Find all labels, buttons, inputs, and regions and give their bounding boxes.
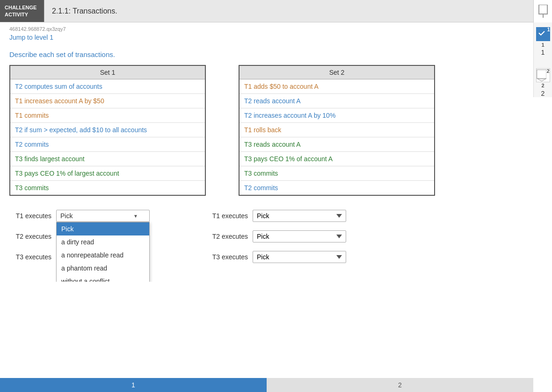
set2-t2-label: T2 executes bbox=[206, 233, 248, 240]
sidebar-item-2[interactable]: 2 2 bbox=[536, 68, 550, 82]
set1-t1-dropdown-list[interactable]: Pick a dirty read a nonrepeatable read a… bbox=[56, 222, 150, 282]
table-row: T3 pays CEO 1% of account A bbox=[240, 152, 434, 166]
set2-table: Set 2 T1 adds $50 to account A T2 reads … bbox=[239, 65, 435, 196]
dropdown-option-without-conflict[interactable]: without a conflict bbox=[57, 275, 149, 282]
page-title: 2.1.1: Transactions. bbox=[44, 7, 533, 15]
table-row: T1 adds $50 to account A bbox=[240, 79, 434, 94]
set1-dropdowns: T1 executes Pick ▼ Pick a dirty read a n… bbox=[9, 210, 178, 263]
set2-dropdowns: T1 executes Pick a dirty read a nonrepea… bbox=[206, 210, 374, 263]
checkmark-badge-icon bbox=[536, 27, 547, 42]
sidebar-item-2-number: 2 bbox=[541, 90, 545, 97]
svg-marker-3 bbox=[536, 38, 546, 41]
dropdown-option-dirty-read[interactable]: a dirty read bbox=[57, 235, 149, 249]
set2-t1-select[interactable]: Pick a dirty read a nonrepeatable read a… bbox=[253, 210, 346, 222]
set1-t2-label: T2 executes bbox=[9, 233, 51, 240]
table-row: T2 increases account A by 10% bbox=[240, 108, 434, 123]
table-row: T2 commits bbox=[10, 137, 205, 152]
table-row: T3 commits bbox=[240, 166, 434, 181]
svg-rect-0 bbox=[539, 5, 547, 14]
dropdown-option-nonrepeatable-read[interactable]: a nonrepeatable read bbox=[57, 249, 149, 262]
dropdown-option-pick[interactable]: Pick bbox=[57, 222, 149, 235]
set2-t3-label: T3 executes bbox=[206, 253, 248, 261]
header: CHALLENGE ACTIVITY 2.1.1: Transactions. bbox=[0, 0, 552, 22]
set1-header: Set 1 bbox=[10, 66, 205, 79]
sidebar-item-2-label: 2 bbox=[541, 83, 544, 88]
chevron-down-icon: ▼ bbox=[133, 214, 138, 219]
set2-t2-select[interactable]: Pick a dirty read a nonrepeatable read a… bbox=[253, 230, 346, 242]
set2-t1-dropdown-item: T1 executes Pick a dirty read a nonrepea… bbox=[206, 210, 374, 222]
svg-rect-2 bbox=[536, 28, 546, 37]
table-row: T2 if sum > expected, add $10 to all acc… bbox=[10, 123, 205, 137]
session-id: 468142.968872.qx3zqy7 bbox=[9, 22, 524, 34]
set1-t1-dropdown-container[interactable]: Pick ▼ Pick a dirty read a nonrepeatable… bbox=[56, 210, 150, 222]
sidebar-right: 1 1 1 2 2 2 bbox=[533, 22, 552, 97]
tables-row: Set 1 T2 computes sum of accounts T1 inc… bbox=[9, 65, 524, 196]
set2-t3-select[interactable]: Pick a dirty read a nonrepeatable read a… bbox=[253, 251, 346, 263]
set1-table: Set 1 T2 computes sum of accounts T1 inc… bbox=[9, 65, 206, 196]
table-row: T1 rolls back bbox=[240, 123, 434, 137]
challenge-activity-label: CHALLENGE ACTIVITY bbox=[0, 0, 44, 22]
sidebar-item-1[interactable]: 1 1 bbox=[536, 27, 550, 41]
set1-t1-label: T1 executes bbox=[9, 212, 51, 220]
set2-t2-dropdown-item: T2 executes Pick a dirty read a nonrepea… bbox=[206, 230, 374, 242]
set1-t3-label: T3 executes bbox=[9, 253, 51, 261]
dropdowns-row: T1 executes Pick ▼ Pick a dirty read a n… bbox=[9, 210, 524, 263]
sidebar-item-1-number: 1 bbox=[541, 49, 545, 56]
flag-badge-icon bbox=[537, 68, 547, 83]
set2-t3-dropdown-item: T3 executes Pick a dirty read a nonrepea… bbox=[206, 251, 374, 263]
main-content: 468142.968872.qx3zqy7 Jump to level 1 De… bbox=[0, 22, 533, 282]
table-row: T3 commits bbox=[10, 181, 205, 195]
flag-button[interactable] bbox=[533, 0, 552, 22]
dropdown-option-phantom-read[interactable]: a phantom read bbox=[57, 262, 149, 275]
set2-t1-label: T1 executes bbox=[206, 212, 248, 220]
flag-icon bbox=[538, 5, 548, 18]
set1-t1-dropdown-item: T1 executes Pick ▼ Pick a dirty read a n… bbox=[9, 210, 178, 222]
table-row: T1 commits bbox=[10, 108, 205, 123]
table-row: T1 increases account A by $50 bbox=[10, 94, 205, 108]
svg-marker-5 bbox=[537, 78, 546, 81]
table-row: T2 reads account A bbox=[240, 94, 434, 108]
table-row: T3 reads account A bbox=[240, 137, 434, 152]
set2-header: Set 2 bbox=[240, 66, 434, 79]
svg-rect-4 bbox=[537, 70, 546, 78]
question-text: Describe each set of transactions. bbox=[9, 50, 524, 58]
table-row: T3 pays CEO 1% of largest account bbox=[10, 166, 205, 181]
table-row: T2 commits bbox=[240, 181, 434, 195]
set1-t1-trigger[interactable]: Pick ▼ bbox=[56, 210, 150, 222]
jump-to-level-link[interactable]: Jump to level 1 bbox=[9, 34, 53, 41]
table-row: T2 computes sum of accounts bbox=[10, 79, 205, 94]
table-row: T3 finds largest account bbox=[10, 152, 205, 166]
set1-t1-value: Pick bbox=[60, 212, 73, 220]
sidebar-item-1-label: 1 bbox=[541, 42, 544, 48]
